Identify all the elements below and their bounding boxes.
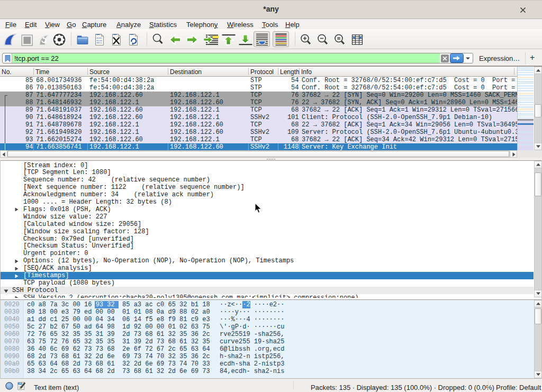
svg-text:0011: 0011 (96, 41, 102, 44)
